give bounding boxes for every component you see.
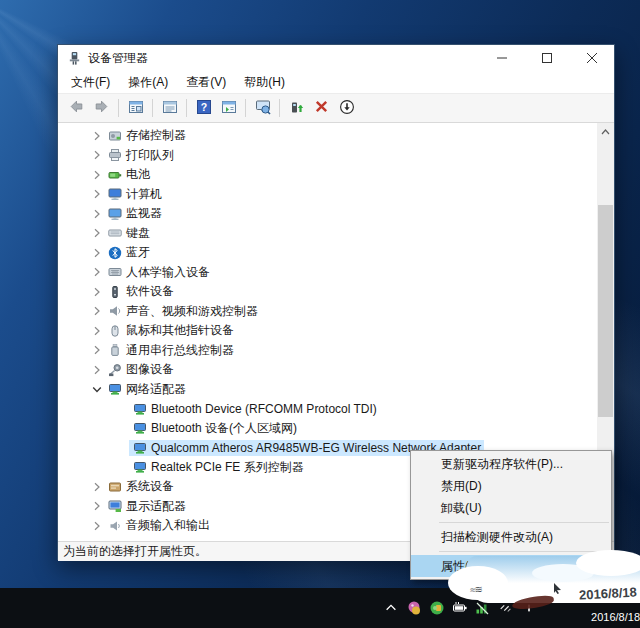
chevron-collapsed-icon[interactable] bbox=[90, 207, 104, 221]
tree-row[interactable]: 键盘 bbox=[58, 224, 597, 244]
maximize-icon bbox=[542, 53, 552, 63]
tray-chevron-up-icon[interactable] bbox=[383, 600, 399, 616]
tree-row-content[interactable]: 计算机 bbox=[104, 185, 165, 204]
tree-row[interactable]: 通用串行总线控制器 bbox=[58, 341, 597, 361]
menu-item[interactable]: 帮助(H) bbox=[235, 71, 294, 94]
chevron-collapsed-icon[interactable] bbox=[90, 148, 104, 162]
chevron-collapsed-icon[interactable] bbox=[90, 499, 104, 513]
minimize-button[interactable] bbox=[479, 45, 524, 71]
title-bar[interactable]: 设备管理器 bbox=[58, 45, 614, 71]
tree-row-content[interactable]: 鼠标和其他指针设备 bbox=[104, 321, 237, 340]
chevron-collapsed-icon[interactable] bbox=[90, 265, 104, 279]
tree-row[interactable]: 监视器 bbox=[58, 204, 597, 224]
chevron-collapsed-icon[interactable] bbox=[90, 519, 104, 533]
tree-row[interactable]: 人体学输入设备 bbox=[58, 263, 597, 283]
scan-hardware-button[interactable] bbox=[250, 96, 275, 120]
menu-item[interactable]: 文件(F) bbox=[62, 71, 119, 94]
tree-row-content[interactable]: Bluetooth Device (RFCOMM Protocol TDI) bbox=[129, 401, 380, 417]
watermark-cloud: ≈≋ 2016/8/18 bbox=[466, 556, 640, 603]
tree-row[interactable]: 蓝牙 bbox=[58, 243, 597, 263]
chevron-collapsed-icon[interactable] bbox=[90, 343, 104, 357]
console-tree-button[interactable] bbox=[123, 96, 148, 120]
scrollbar-thumb[interactable] bbox=[598, 205, 613, 417]
window-title: 设备管理器 bbox=[88, 50, 148, 67]
back-arrow-button[interactable] bbox=[64, 96, 89, 120]
tree-row-content[interactable]: 通用串行总线控制器 bbox=[104, 341, 237, 360]
maximize-button[interactable] bbox=[524, 45, 569, 71]
tree-row[interactable]: 鼠标和其他指针设备 bbox=[58, 321, 597, 341]
context-menu-item[interactable]: 扫描检测硬件改动(A) bbox=[411, 526, 611, 548]
context-menu-item[interactable]: 卸载(U) bbox=[411, 497, 611, 519]
tree-row-content[interactable]: 存储控制器 bbox=[104, 126, 189, 145]
audio-io-icon bbox=[108, 519, 122, 533]
properties-window-button[interactable] bbox=[157, 96, 182, 120]
tree-row-label: 网络适配器 bbox=[126, 381, 186, 398]
tree-row-content[interactable]: 图像设备 bbox=[104, 360, 177, 379]
close-button[interactable] bbox=[569, 45, 614, 71]
tree-row[interactable]: 图像设备 bbox=[58, 360, 597, 380]
tree-row-content[interactable]: Bluetooth 设备(个人区域网) bbox=[129, 419, 300, 438]
tree-row-content[interactable]: 声音、视频和游戏控制器 bbox=[104, 302, 261, 321]
tree-row[interactable]: Bluetooth Device (RFCOMM Protocol TDI) bbox=[58, 399, 597, 419]
chevron-collapsed-icon[interactable] bbox=[90, 226, 104, 240]
tree-row-content[interactable]: 电池 bbox=[104, 165, 153, 184]
chevron-collapsed-icon[interactable] bbox=[90, 480, 104, 494]
chevron-collapsed-icon[interactable] bbox=[90, 129, 104, 143]
update-driver-button[interactable] bbox=[284, 96, 309, 120]
tray-app-pink-icon[interactable] bbox=[406, 600, 422, 616]
tree-row-label: Bluetooth 设备(个人区域网) bbox=[151, 420, 297, 437]
menu-item[interactable]: 查看(V) bbox=[177, 71, 235, 94]
tree-row[interactable]: 声音、视频和游戏控制器 bbox=[58, 302, 597, 322]
scroll-up-arrow-icon[interactable] bbox=[597, 123, 614, 140]
help-button[interactable]: ? bbox=[191, 96, 216, 120]
taskbar-clock[interactable]: 2016/8/18 bbox=[545, 611, 640, 628]
tree-row-content[interactable]: 蓝牙 bbox=[104, 243, 153, 262]
tree-row-label: 声音、视频和游戏控制器 bbox=[126, 303, 258, 320]
tree-row-content[interactable]: 显示适配器 bbox=[104, 497, 189, 516]
chevron-collapsed-icon[interactable] bbox=[90, 285, 104, 299]
tree-row[interactable]: 电池 bbox=[58, 165, 597, 185]
tree-row-content[interactable]: 音频输入和输出 bbox=[104, 516, 213, 535]
tree-row[interactable]: 网络适配器 bbox=[58, 380, 597, 400]
tree-row[interactable]: 打印队列 bbox=[58, 146, 597, 166]
minimize-icon bbox=[497, 53, 507, 63]
action-pane-button[interactable] bbox=[216, 96, 241, 120]
chevron-collapsed-icon[interactable] bbox=[90, 168, 104, 182]
chevron-collapsed-icon[interactable] bbox=[90, 324, 104, 338]
keyboard-icon bbox=[108, 226, 122, 240]
tree-row[interactable]: Bluetooth 设备(个人区域网) bbox=[58, 419, 597, 439]
toolbar-separator bbox=[186, 99, 187, 117]
chevron-collapsed-icon[interactable] bbox=[90, 304, 104, 318]
tree-row-label: 人体学输入设备 bbox=[126, 264, 210, 281]
watermark-date: 2016/8/18 bbox=[579, 584, 638, 602]
storage-icon bbox=[108, 129, 122, 143]
context-menu-item[interactable]: 禁用(D) bbox=[411, 475, 611, 497]
forward-arrow-button[interactable] bbox=[89, 96, 114, 120]
tree-row-content[interactable]: Realtek PCIe FE 系列控制器 bbox=[129, 458, 307, 477]
context-menu-item[interactable]: 更新驱动程序软件(P)... bbox=[411, 453, 611, 475]
chevron-collapsed-icon[interactable] bbox=[90, 187, 104, 201]
tree-row-content[interactable]: 系统设备 bbox=[104, 477, 177, 496]
disable-button[interactable] bbox=[334, 96, 359, 120]
tree-row[interactable]: 存储控制器 bbox=[58, 126, 597, 146]
menu-item[interactable]: 操作(A) bbox=[119, 71, 177, 94]
tray-battery-icon[interactable] bbox=[452, 600, 468, 616]
chevron-collapsed-icon[interactable] bbox=[90, 246, 104, 260]
tree-row-label: 软件设备 bbox=[126, 283, 174, 300]
tree-row-content[interactable]: 人体学输入设备 bbox=[104, 263, 213, 282]
tree-row-content[interactable]: 打印队列 bbox=[104, 146, 177, 165]
tree-row-content[interactable]: 键盘 bbox=[104, 224, 153, 243]
chevron-collapsed-icon[interactable] bbox=[90, 363, 104, 377]
tree-row-content[interactable]: 网络适配器 bbox=[104, 380, 189, 399]
tree-row[interactable]: 计算机 bbox=[58, 185, 597, 205]
toolbar-separator bbox=[118, 99, 119, 117]
tray-app-green-icon[interactable] bbox=[429, 600, 445, 616]
network-adapter-icon bbox=[133, 460, 147, 474]
uninstall-button[interactable] bbox=[309, 96, 334, 120]
context-menu-separator bbox=[439, 551, 609, 552]
tree-row-content[interactable]: 监视器 bbox=[104, 204, 165, 223]
tree-row-label: 音频输入和输出 bbox=[126, 517, 210, 534]
chevron-expanded-icon[interactable] bbox=[90, 382, 104, 396]
tree-row-content[interactable]: 软件设备 bbox=[104, 282, 177, 301]
tree-row[interactable]: 软件设备 bbox=[58, 282, 597, 302]
